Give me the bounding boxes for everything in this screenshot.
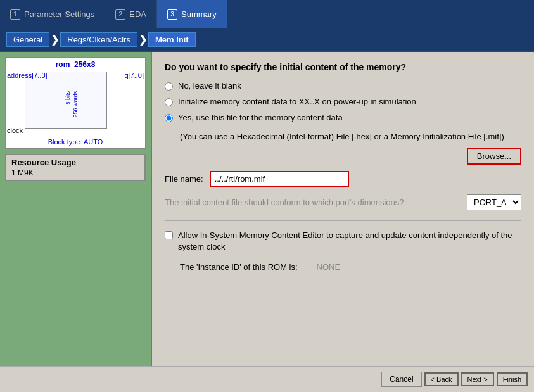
radio-init[interactable] <box>165 98 173 106</box>
tab-num-2: 2 <box>115 9 125 20</box>
tab-num-1: 1 <box>10 9 20 20</box>
main-layout: rom_256x8 8 bits 256 words address[7..0]… <box>0 52 534 366</box>
mem-editor-label: Allow In-System Memory Content Editor to… <box>178 230 521 253</box>
tab-label-eda: EDA <box>129 9 146 19</box>
radio-item-no: No, leave it blank <box>165 81 521 91</box>
port-dim-select[interactable]: PORT_A PORT_B <box>467 194 521 210</box>
resource-title: Resource Usage <box>11 158 139 167</box>
left-panel: rom_256x8 8 bits 256 words address[7..0]… <box>0 52 152 366</box>
question-text: Do you want to specify the initial conte… <box>165 62 521 72</box>
radio-init-label: Initialize memory content data to XX..X … <box>178 97 416 106</box>
block-inner-box: 8 bits 256 words <box>25 72 107 129</box>
port-clock-label: clock <box>7 127 23 134</box>
port-dim-label: The initial content file should conform … <box>165 197 461 208</box>
breadcrumb-arrow-2: ❯ <box>139 34 147 46</box>
radio-yes-label: Yes, use this file for the memory conten… <box>178 113 343 122</box>
browse-row: Browse... <box>165 148 521 165</box>
breadcrumb-mem-init[interactable]: Mem Init <box>148 32 196 47</box>
mem-editor-row: Allow In-System Memory Content Editor to… <box>165 230 521 253</box>
port-q-label: q[7..0] <box>124 72 144 79</box>
words-label: 256 words <box>72 91 79 118</box>
port-address-label: address[7..0] <box>7 72 48 79</box>
radio-item-yes: Yes, use this file for the memory conten… <box>165 113 521 122</box>
tab-num-3: 3 <box>167 9 177 20</box>
radio-yes[interactable] <box>165 114 173 122</box>
block-type-label: Block type: AUTO <box>48 138 103 146</box>
resource-usage-box: Resource Usage 1 M9K <box>5 154 146 181</box>
radio-no[interactable] <box>165 82 173 91</box>
file-name-row: File name: <box>165 171 521 187</box>
top-tabs-bar: 1 Parameter Settings 2 EDA 3 Summary <box>0 0 534 28</box>
divider <box>165 220 521 221</box>
radio-item-init: Initialize memory content data to XX..X … <box>165 97 521 106</box>
next-button[interactable]: Next > <box>461 372 494 386</box>
resource-value: 1 M9K <box>11 168 139 177</box>
cancel-button[interactable]: Cancel <box>381 372 421 387</box>
back-button[interactable]: < Back <box>424 372 459 386</box>
instance-id-value: NONE <box>317 262 341 272</box>
breadcrumb-arrow-1: ❯ <box>51 34 59 46</box>
breadcrumb-general[interactable]: General <box>6 32 49 47</box>
browse-button[interactable]: Browse... <box>467 148 521 165</box>
bottom-bar: Cancel < Back Next > Finish <box>0 366 534 391</box>
tab-eda[interactable]: 2 EDA <box>105 0 157 28</box>
bits-label: 8 bits <box>65 91 71 105</box>
port-dim-row: The initial content file should conform … <box>165 194 521 210</box>
right-panel: Do you want to specify the initial conte… <box>152 52 534 366</box>
file-name-input[interactable] <box>210 171 349 187</box>
tab-parameter-settings[interactable]: 1 Parameter Settings <box>0 0 105 28</box>
yes-description: (You can use a Hexadecimal (Intel-format… <box>180 131 521 142</box>
finish-button[interactable]: Finish <box>497 372 528 386</box>
instance-id-label: The 'Instance ID' of this ROM is: <box>180 262 298 272</box>
block-title: rom_256x8 <box>56 60 96 69</box>
breadcrumb-regs[interactable]: Regs/Clken/Aclrs <box>60 32 137 47</box>
mem-editor-checkbox[interactable] <box>165 231 173 239</box>
block-diagram: rom_256x8 8 bits 256 words address[7..0]… <box>5 57 146 149</box>
tab-label-summary: Summary <box>181 9 217 19</box>
breadcrumb: General ❯ Regs/Clken/Aclrs ❯ Mem Init <box>0 28 534 52</box>
radio-group: No, leave it blank Initialize memory con… <box>165 81 521 122</box>
tab-summary[interactable]: 3 Summary <box>157 0 227 28</box>
tab-label-parameter: Parameter Settings <box>24 9 94 19</box>
file-name-label: File name: <box>165 174 203 184</box>
instance-id-row: The 'Instance ID' of this ROM is: NONE <box>165 262 521 272</box>
radio-no-label: No, leave it blank <box>178 81 241 91</box>
